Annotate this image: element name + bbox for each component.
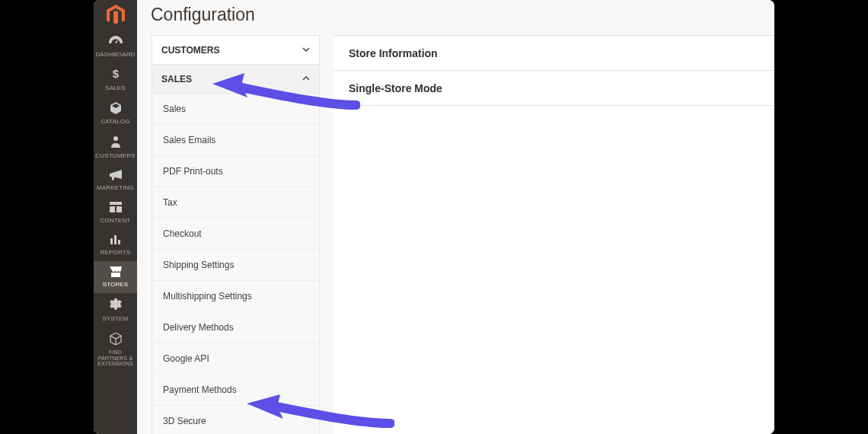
chevron-down-icon [302, 46, 310, 55]
main: Configuration CUSTOMERS SALES Sales Sale… [137, 0, 774, 434]
section-store-information[interactable]: Store Information [333, 36, 774, 71]
svg-rect-6 [114, 235, 116, 244]
tab-item-label: Sales [163, 104, 186, 114]
section-single-store-mode[interactable]: Single-Store Mode [333, 71, 774, 106]
tab-item-label: 3D Secure [163, 416, 206, 426]
nav-label: CUSTOMERS [95, 153, 135, 160]
cube-icon [110, 102, 122, 117]
nav-label: SYSTEM [103, 316, 129, 323]
tab-item-label: Google API [163, 353, 209, 364]
tab-item-google-api[interactable]: Google API [152, 343, 319, 375]
tab-sales-items: Sales Sales Emails PDF Print-outs Tax Ch… [152, 94, 319, 434]
nav-marketing[interactable]: MARKETING [94, 164, 137, 196]
svg-rect-7 [118, 240, 120, 244]
magento-logo[interactable] [94, 0, 137, 30]
tab-item-payment-methods[interactable]: Payment Methods [152, 375, 319, 406]
gear-icon [110, 298, 122, 314]
section-label: Single-Store Mode [349, 82, 442, 94]
page-title: Configuration [151, 5, 255, 25]
svg-rect-3 [110, 206, 115, 212]
tab-item-delivery-methods[interactable]: Delivery Methods [152, 312, 319, 343]
nav-label: SALES [105, 85, 126, 92]
bar-chart-icon [110, 234, 122, 247]
nav-stores[interactable]: STORES [94, 261, 137, 293]
tab-item-shipping-settings[interactable]: Shipping Settings [152, 250, 319, 281]
tab-sales[interactable]: SALES [152, 65, 319, 94]
tab-item-multishipping-settings[interactable]: Multishipping Settings [152, 281, 319, 312]
tab-item-label: Checkout [163, 228, 202, 239]
tab-item-sales-emails[interactable]: Sales Emails [152, 125, 319, 156]
nav-label: MARKETING [97, 185, 134, 192]
nav-find-partners[interactable]: FIND PARTNERS & EXTENSIONS [94, 327, 137, 372]
nav-label: FIND PARTNERS & EXTENSIONS [94, 349, 137, 367]
nav-label: DASHBOARD [95, 52, 135, 59]
tab-item-label: PDF Print-outs [163, 166, 223, 177]
nav-label: CONTENT [101, 218, 131, 225]
content-panel: Store Information Single-Store Mode [333, 35, 774, 434]
nav-system[interactable]: SYSTEM [94, 293, 137, 327]
admin-nav: DASHBOARD $ SALES CATALOG CUSTOMERS MARK… [94, 0, 137, 434]
tab-item-3d-secure[interactable]: 3D Secure [152, 406, 319, 434]
partner-cube-icon [110, 333, 122, 348]
letterbox-right [774, 0, 868, 434]
app-window: DASHBOARD $ SALES CATALOG CUSTOMERS MARK… [94, 0, 774, 434]
tab-customers[interactable]: CUSTOMERS [152, 36, 319, 65]
magento-logo-icon [107, 5, 125, 26]
tab-item-label: Tax [163, 197, 177, 208]
nav-label: CATALOG [101, 119, 129, 126]
layout-icon [110, 202, 122, 215]
tab-item-tax[interactable]: Tax [152, 187, 319, 219]
nav-sales[interactable]: $ SALES [94, 62, 137, 96]
tab-item-label: Shipping Settings [163, 260, 234, 270]
tab-item-label: Multishipping Settings [163, 291, 252, 302]
tab-item-pdf-printouts[interactable]: PDF Print-outs [152, 156, 319, 187]
gauge-icon [109, 36, 123, 49]
svg-rect-4 [116, 206, 122, 212]
letterbox-left [0, 0, 94, 434]
config-tabs: CUSTOMERS SALES Sales Sales Emails PDF P… [152, 35, 320, 434]
chevron-up-icon [302, 75, 310, 84]
nav-content[interactable]: CONTENT [94, 196, 137, 228]
nav-label: REPORTS [101, 250, 131, 257]
nav-dashboard[interactable]: DASHBOARD [94, 30, 137, 62]
tab-item-label: Delivery Methods [163, 322, 234, 333]
tab-item-checkout[interactable]: Checkout [152, 219, 319, 250]
nav-reports[interactable]: REPORTS [94, 228, 137, 260]
tab-item-label: Sales Emails [163, 135, 215, 145]
tab-sales-label: SALES [161, 74, 192, 85]
tab-item-label: Payment Methods [163, 385, 237, 395]
section-label: Store Information [349, 47, 438, 59]
svg-rect-5 [110, 238, 113, 244]
tab-customers-label: CUSTOMERS [161, 45, 219, 56]
svg-text:$: $ [112, 68, 119, 80]
dollar-icon: $ [112, 68, 120, 83]
svg-point-1 [113, 136, 118, 141]
nav-label: STORES [103, 282, 129, 289]
storefront-icon [110, 266, 122, 280]
tab-item-sales[interactable]: Sales [152, 94, 319, 125]
person-icon [111, 136, 120, 151]
megaphone-icon [110, 170, 122, 183]
svg-rect-2 [110, 202, 122, 205]
nav-customers[interactable]: CUSTOMERS [94, 130, 137, 164]
nav-catalog[interactable]: CATALOG [94, 97, 137, 130]
